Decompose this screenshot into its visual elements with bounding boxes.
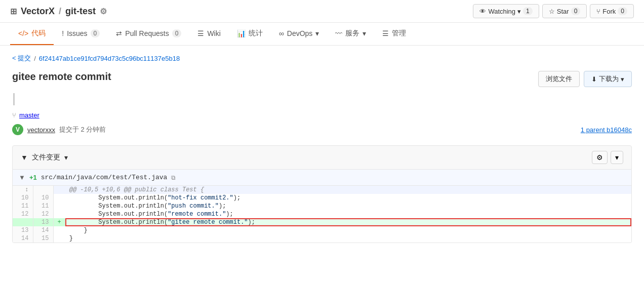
repo-title: ⊞ VectorX / git-test ⚙ [10,6,107,17]
nav-tabs: </> 代码 ! Issues 0 ⇄ Pull Requests 0 ☰ Wi… [0,23,644,46]
hunk-line-code: @@ -10,5 +10,6 @@ public class Test { [65,186,631,194]
download-dropdown-icon: ▾ [621,75,624,83]
line-code-brace2: } [65,234,631,242]
file-changes-dropdown-icon[interactable]: ▾ [64,153,68,161]
star-button[interactable]: ☆ Star 0 [542,4,587,18]
tab-manage[interactable]: ☰ 管理 [374,23,414,45]
parent-link: 1 parent b16048c [581,126,632,134]
commit-actions: 浏览文件 ⬇ 下载为 ▾ [538,71,632,87]
line-code-11: System.out.println("push commit."); [65,202,631,210]
diff-added-count: +1 [29,174,37,181]
line-num-old-12: 12 [13,210,33,218]
pr-badge: 0 [172,29,182,37]
hunk-line-symbol [53,186,65,194]
table-row: 14 15 } [13,234,631,242]
diff-filepath: src/main/java/com/test/Test.java [41,174,168,181]
line-num-old-added [13,218,33,226]
tab-wiki[interactable]: ☰ Wiki [189,23,228,45]
fork-button[interactable]: ⑂ Fork 0 [590,4,634,18]
issues-badge: 0 [91,29,100,37]
line-num-new-12: 12 [33,210,53,218]
table-row: 13 14 } [13,226,631,234]
watching-dropdown-icon: ▾ [517,8,521,15]
tab-issues-label: Issues [67,29,87,37]
tab-wiki-label: Wiki [207,29,220,37]
parent-commit-link[interactable]: 1 parent b16048c [581,126,632,134]
breadcrumb: < 提交 / 6f24147ab1ce91fcd794d73c5c96bc111… [12,54,632,63]
repo-link[interactable]: git-test [65,6,96,17]
star-count: 0 [571,7,581,15]
watching-label: Watching [488,8,515,15]
file-changes-header: ▼ 文件变更 ▾ ⚙ ▾ [12,145,632,170]
table-row: 13 + System.out.println("gitee remote co… [13,218,631,226]
line-num-new-10: 10 [33,194,53,202]
line-symbol-10 [53,194,65,202]
branch-link[interactable]: master [19,111,39,119]
line-symbol-13 [53,226,65,234]
commit-header: gitee remote commit 浏览文件 ⬇ 下载为 ▾ [12,71,632,87]
separator: / [59,6,61,17]
pr-icon: ⇄ [116,29,122,37]
hunk-line-num-new [33,186,53,194]
owner-link[interactable]: VectorX [21,6,55,17]
settings-icon[interactable]: ⚙ [100,7,107,16]
devops-icon: ∞ [279,29,284,37]
line-num-old-10: 10 [13,194,33,202]
devops-dropdown-icon: ▾ [315,29,319,37]
eye-icon: 👁 [479,8,486,15]
diff-hunk-row: ↕ @@ -10,5 +10,6 @@ public class Test { [13,186,631,194]
author-link[interactable]: vectorxxx [27,126,55,134]
watching-button[interactable]: 👁 Watching ▾ 1 [473,4,539,18]
fork-count: 0 [618,7,627,15]
browse-files-button[interactable]: 浏览文件 [538,71,580,87]
wiki-icon: ☰ [197,29,204,37]
copy-path-icon[interactable]: ⧉ [171,174,176,181]
download-as-button[interactable]: ⬇ 下载为 ▾ [584,71,632,87]
issues-icon: ! [62,29,64,37]
download-as-label: 下载为 [599,74,619,84]
collapse-icon[interactable]: ▼ [21,153,28,161]
tab-services-label: 服务 [345,29,359,38]
table-row: 10 10 System.out.println("hot-fix commit… [13,194,631,202]
tab-manage-label: 管理 [392,29,406,38]
tab-issues[interactable]: ! Issues 0 [54,23,108,45]
code-icon: </> [18,29,28,37]
watching-count: 1 [523,7,533,15]
breadcrumb-hash[interactable]: 6f24147ab1ce91fcd794d73c5c96bc11137e5b18 [39,55,180,62]
tab-stats[interactable]: 📊 统计 [229,23,271,45]
diff-file-header: ▼ +1 src/main/java/com/test/Test.java ⧉ [13,170,631,186]
author-row: V vectorxxx 提交于 2 分钟前 1 parent b16048c [12,124,632,135]
services-dropdown-icon: ▾ [363,29,366,37]
line-num-old-13: 13 [13,226,33,234]
line-symbol-14 [53,234,65,242]
breadcrumb-back-link[interactable]: < 提交 [12,54,31,63]
tab-pr-label: Pull Requests [125,29,169,37]
line-plus-13: + [53,218,65,226]
fork-label: Fork [602,8,616,15]
commit-time: 提交于 2 分钟前 [59,125,106,134]
star-icon: ☆ [549,8,555,15]
download-icon: ⬇ [591,75,597,83]
star-label: Star [557,8,569,15]
tab-code[interactable]: </> 代码 [10,23,54,45]
tab-devops[interactable]: ∞ DevOps ▾ [271,23,328,45]
file-changes-left: ▼ 文件变更 ▾ [21,153,68,162]
tab-code-label: 代码 [31,29,46,38]
line-num-old-14: 14 [13,234,33,242]
branch-info: ⑂ master [12,111,632,119]
line-num-new-15: 15 [33,234,53,242]
line-code-10: System.out.println("hot-fix commit2."); [65,194,631,202]
tab-devops-label: DevOps [287,29,313,37]
diff-block: ▼ +1 src/main/java/com/test/Test.java ⧉ … [12,170,632,243]
diff-toggle-icon[interactable]: ▼ [19,174,25,181]
tab-pull-requests[interactable]: ⇄ Pull Requests 0 [108,23,189,45]
diff-settings-dropdown[interactable]: ▾ [611,151,623,164]
line-symbol-11 [53,202,65,210]
breadcrumb-separator: / [34,55,36,62]
top-bar: ⊞ VectorX / git-test ⚙ 👁 Watching ▾ 1 ☆ … [0,0,644,23]
stats-icon: 📊 [237,29,246,37]
file-changes-label: 文件变更 [32,153,60,162]
tab-services[interactable]: 〰 服务 ▾ [327,23,374,45]
diff-settings-button[interactable]: ⚙ [592,151,608,164]
expand-icon[interactable]: ↕ [25,186,28,193]
